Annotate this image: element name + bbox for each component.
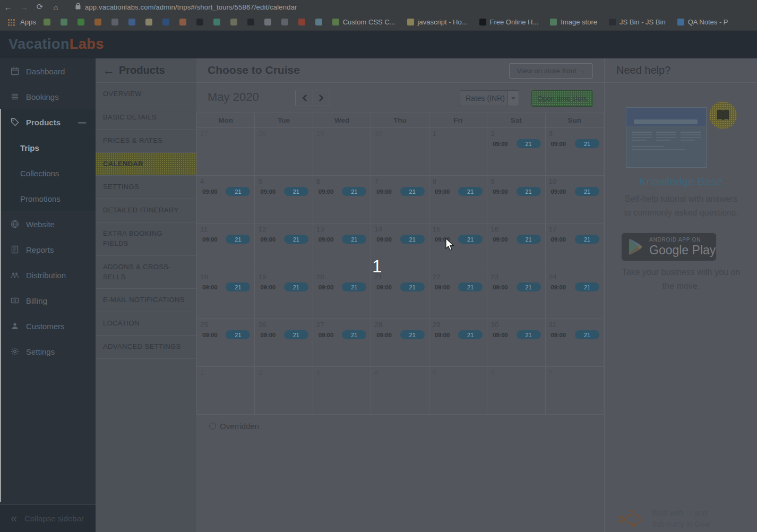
- calendar-day-cell[interactable]: 2909:0021: [429, 319, 487, 367]
- slot-count-badge[interactable]: 21: [400, 235, 425, 244]
- slot-count-badge[interactable]: 21: [517, 330, 541, 339]
- sidebar-item-reports[interactable]: Reports: [0, 237, 96, 262]
- time-slot[interactable]: 09:0021: [200, 330, 251, 339]
- time-slot[interactable]: 09:0021: [258, 330, 309, 339]
- time-slot[interactable]: 09:0021: [258, 235, 309, 244]
- slot-count-badge[interactable]: 21: [458, 282, 483, 291]
- submenu-item-calendar[interactable]: CALENDAR: [96, 153, 196, 176]
- slot-count-badge[interactable]: 21: [342, 282, 366, 291]
- time-slot[interactable]: 09:0021: [549, 282, 600, 291]
- calendar-day-cell[interactable]: 3009:0021: [487, 319, 545, 367]
- favicon-icon[interactable]: [61, 19, 67, 25]
- calendar-day-cell[interactable]: 1509:0021: [429, 224, 487, 271]
- submenu-item-extra-booking-fields[interactable]: EXTRA BOOKING FIELDS: [96, 222, 196, 256]
- slot-count-badge[interactable]: 21: [458, 187, 483, 196]
- slot-count-badge[interactable]: 21: [400, 187, 425, 196]
- time-slot[interactable]: 09:0021: [374, 187, 425, 196]
- time-slot[interactable]: 09:0021: [200, 187, 251, 196]
- apps-label[interactable]: Apps: [20, 18, 36, 26]
- calendar-day-cell[interactable]: 2709:0021: [313, 319, 371, 367]
- submenu-back-header[interactable]: ← Products: [96, 58, 196, 83]
- time-slot[interactable]: 09:0021: [258, 187, 309, 196]
- submenu-item-overview[interactable]: OVERVIEW: [96, 83, 196, 106]
- vacationlabs-logo[interactable]: VacationLabs: [8, 36, 104, 53]
- home-button[interactable]: ⌂: [48, 3, 64, 12]
- calendar-day-cell[interactable]: 1909:0021: [255, 271, 313, 319]
- favicon-icon[interactable]: [264, 19, 271, 25]
- slot-count-badge[interactable]: 21: [575, 330, 599, 339]
- calendar-day-cell[interactable]: 1709:0021: [546, 224, 604, 271]
- calendar-day-cell[interactable]: 1109:0021: [197, 224, 255, 271]
- submenu-item-location[interactable]: LOCATION: [96, 312, 196, 336]
- calendar-day-cell[interactable]: 7: [546, 367, 604, 415]
- prev-month-button[interactable]: [295, 90, 313, 106]
- bookmark-item[interactable]: Image store: [550, 18, 597, 26]
- favicon-icon[interactable]: [315, 19, 322, 25]
- sidebar-item-customers[interactable]: Customers: [0, 313, 96, 339]
- calendar-day-cell[interactable]: 1: [197, 367, 255, 415]
- slot-count-badge[interactable]: 21: [284, 235, 308, 244]
- favicon-icon[interactable]: [196, 19, 203, 25]
- time-slot[interactable]: 09:0021: [549, 187, 600, 196]
- time-slot[interactable]: 09:0021: [316, 282, 367, 291]
- favicon-icon[interactable]: [111, 19, 118, 25]
- apps-grid-icon[interactable]: [7, 19, 15, 26]
- calendar-day-cell[interactable]: 6: [487, 367, 545, 415]
- collapse-section-icon[interactable]: —: [78, 118, 86, 127]
- time-slot[interactable]: 09:0021: [549, 235, 600, 244]
- submenu-item-settings[interactable]: SETTINGS: [96, 176, 196, 199]
- favicon-icon[interactable]: [179, 19, 186, 25]
- favicon-icon[interactable]: [213, 19, 220, 25]
- sidebar-item-website[interactable]: Website: [0, 211, 96, 237]
- calendar-day-cell[interactable]: 2509:0021: [197, 319, 255, 367]
- refresh-button[interactable]: ⟳: [32, 2, 48, 12]
- time-slot[interactable]: 09:0021: [200, 235, 251, 244]
- calendar-day-cell[interactable]: 2009:0021: [313, 271, 371, 319]
- time-slot[interactable]: 09:0021: [491, 330, 541, 339]
- slot-count-badge[interactable]: 21: [400, 282, 425, 291]
- calendar-day-cell[interactable]: 709:0021: [371, 176, 429, 224]
- calendar-day-cell[interactable]: 2109:0021: [371, 271, 429, 319]
- calendar-day-cell[interactable]: 2209:0021: [429, 271, 487, 319]
- calendar-day-cell[interactable]: 1809:0021: [197, 271, 255, 319]
- calendar-day-cell[interactable]: 29: [313, 128, 371, 176]
- url-bar[interactable]: app.vacationlabs.com/admin/trips#/short_…: [85, 3, 297, 11]
- bookmark-item[interactable]: javascript - Ho...: [407, 18, 468, 26]
- time-slot[interactable]: 09:0021: [316, 235, 367, 244]
- submenu-item-addons-cross-sells[interactable]: ADDONS & CROSS-SELLS: [96, 256, 196, 289]
- slot-count-badge[interactable]: 21: [342, 235, 366, 244]
- slot-count-badge[interactable]: 21: [226, 235, 250, 244]
- sidebar-item-billing[interactable]: Billing: [0, 288, 96, 313]
- bookmark-item[interactable]: Custom CSS C...: [332, 18, 395, 26]
- time-slot[interactable]: 09:0021: [374, 330, 425, 339]
- favicon-icon[interactable]: [281, 19, 288, 25]
- calendar-day-cell[interactable]: 609:0021: [313, 176, 371, 224]
- calendar-day-cell[interactable]: 2409:0021: [546, 271, 604, 319]
- calendar-day-cell[interactable]: 2809:0021: [371, 319, 429, 367]
- bookmark-item[interactable]: QA Notes - P: [677, 18, 728, 26]
- slot-count-badge[interactable]: 21: [517, 187, 541, 196]
- time-slot[interactable]: 09:0021: [316, 330, 367, 339]
- time-slot[interactable]: 09:0021: [316, 187, 367, 196]
- slot-count-badge[interactable]: 21: [517, 282, 541, 291]
- sidebar-item-products[interactable]: Products—: [0, 109, 96, 135]
- favicon-icon[interactable]: [230, 19, 237, 25]
- calendar-day-cell[interactable]: 1: [429, 128, 487, 176]
- time-slot[interactable]: 09:0021: [491, 139, 541, 148]
- knowledge-base-link[interactable]: Knowledge Base: [605, 175, 757, 188]
- slot-count-badge[interactable]: 21: [575, 139, 599, 148]
- favicon-icon[interactable]: [247, 19, 254, 25]
- back-button[interactable]: ←: [0, 3, 16, 12]
- time-slot[interactable]: 09:0021: [549, 139, 600, 148]
- calendar-day-cell[interactable]: 2609:0021: [255, 319, 313, 367]
- calendar-day-cell[interactable]: 2309:0021: [487, 271, 545, 319]
- time-slot[interactable]: 09:0021: [433, 187, 484, 196]
- submenu-item-e-mail-notifications[interactable]: E-MAIL NOTIFICATIONS: [96, 289, 196, 312]
- calendar-day-cell[interactable]: 3109:0021: [546, 319, 604, 367]
- favicon-icon[interactable]: [145, 19, 152, 25]
- slot-count-badge[interactable]: 21: [226, 282, 250, 291]
- time-slot[interactable]: 09:0021: [491, 235, 541, 244]
- time-slot[interactable]: 09:0021: [433, 235, 484, 244]
- calendar-day-cell[interactable]: 4: [371, 367, 429, 415]
- submenu-item-prices-rates[interactable]: PRICES & RATES: [96, 130, 196, 153]
